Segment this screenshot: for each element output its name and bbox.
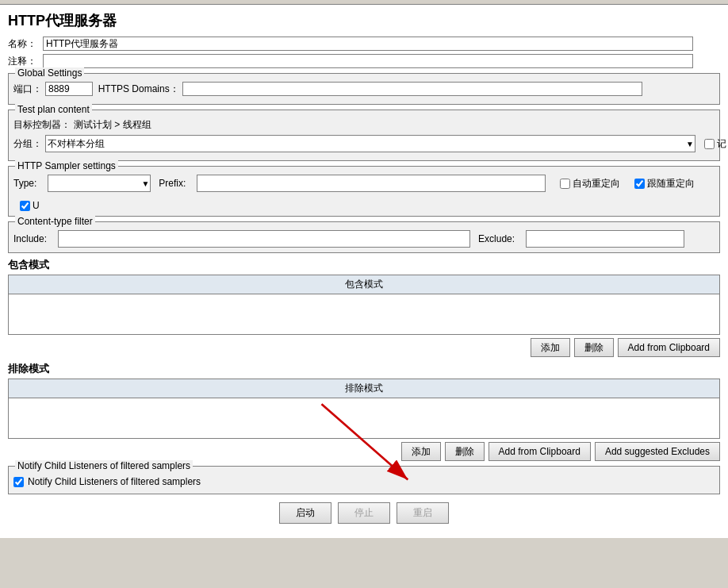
type-label: Type:	[13, 178, 36, 189]
checkbox-record[interactable]	[704, 139, 715, 149]
port-input[interactable]	[45, 82, 93, 96]
controller-label: 目标控制器：	[13, 118, 71, 132]
keepalive-label: U	[20, 200, 40, 211]
prefix-input[interactable]	[197, 175, 546, 192]
group-label: 分组：	[13, 137, 42, 151]
checkbox-record-text: 记	[717, 137, 726, 151]
https-input[interactable]	[182, 82, 642, 96]
exclude-pattern-body	[9, 398, 719, 438]
notify-label: Notify Child Listeners of filtered sampl…	[28, 476, 201, 487]
start-button[interactable]: 启动	[279, 502, 331, 524]
include-pattern-body	[9, 294, 719, 334]
include-add-button[interactable]: 添加	[531, 338, 570, 357]
global-settings-title: Global Settings	[15, 67, 84, 79]
include-pattern-title: 包含模式	[8, 258, 720, 272]
prefix-label: Prefix:	[159, 178, 186, 189]
group-select[interactable]: 不对样本分组	[45, 135, 695, 152]
include-pattern-table: 包含模式	[8, 275, 720, 335]
auto-redirect-label: 自动重定向	[560, 177, 620, 190]
follow-redirect-label: 跟随重定向	[634, 177, 695, 190]
http-sampler-title: HTTP Sampler settings	[15, 160, 118, 171]
test-plan-title: Test plan content	[15, 104, 92, 115]
exclude-pattern-table: 排除模式	[8, 379, 720, 439]
name-label: 名称：	[8, 37, 40, 51]
exclude-pattern-title: 排除模式	[8, 362, 720, 376]
include-pattern-header: 包含模式	[9, 275, 719, 294]
keepalive-text: U	[33, 200, 40, 211]
auto-redirect-text: 自动重定向	[573, 177, 620, 190]
controller-value: 测试计划 > 线程组	[74, 118, 151, 132]
checkbox-record-label: 记	[704, 137, 726, 151]
restart-button[interactable]: 重启	[397, 502, 449, 524]
port-label: 端口：	[13, 83, 42, 96]
https-label: HTTPS Domains：	[98, 83, 179, 96]
auto-redirect-checkbox[interactable]	[560, 179, 570, 189]
notify-checkbox[interactable]	[13, 477, 24, 487]
content-type-title: Content-type filter	[15, 216, 95, 227]
exclude-delete-button[interactable]: 删除	[445, 442, 485, 461]
exclude-clipboard-button[interactable]: Add from Clipboard	[489, 442, 591, 461]
include-delete-button[interactable]: 删除	[574, 338, 614, 357]
follow-redirect-text: 跟随重定向	[647, 177, 695, 190]
comment-input[interactable]	[43, 54, 693, 68]
stop-button[interactable]: 停止	[338, 502, 390, 524]
include-input[interactable]	[58, 230, 470, 248]
include-label: Include:	[13, 233, 47, 244]
notify-section-title: Notify Child Listeners of filtered sampl…	[15, 460, 193, 471]
exclude-input[interactable]	[526, 230, 684, 248]
follow-redirect-checkbox[interactable]	[634, 179, 645, 189]
page-title: HTTP代理服务器	[8, 11, 720, 30]
exclude-add-button[interactable]: 添加	[401, 442, 441, 461]
exclude-suggested-button[interactable]: Add suggested Excludes	[595, 442, 720, 461]
comment-label: 注释：	[8, 55, 40, 68]
name-input[interactable]	[43, 37, 693, 51]
keepalive-checkbox[interactable]	[20, 201, 30, 211]
type-select[interactable]	[48, 175, 151, 192]
exclude-label: Exclude:	[478, 233, 515, 244]
include-clipboard-button[interactable]: Add from Clipboard	[618, 338, 720, 357]
exclude-pattern-header: 排除模式	[9, 379, 719, 398]
